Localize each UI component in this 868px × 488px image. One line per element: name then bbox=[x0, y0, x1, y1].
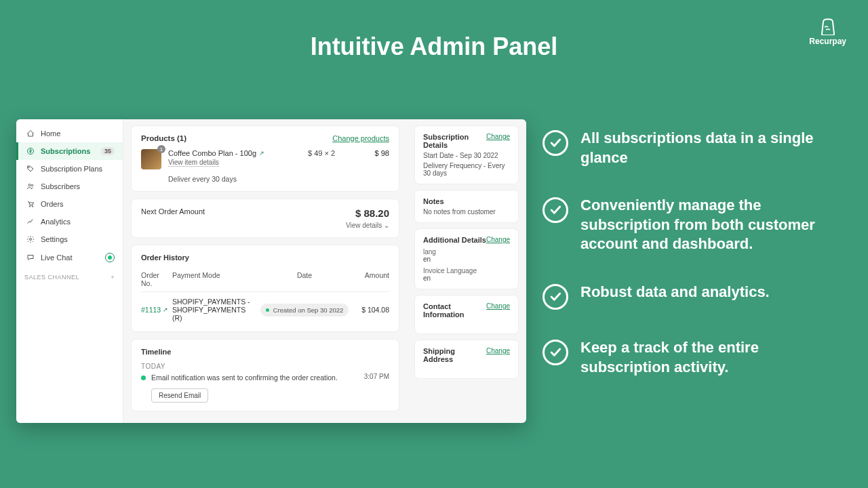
timeline-entry: Email notification was sent to confirmin… bbox=[141, 373, 389, 383]
sidebar-item-analytics[interactable]: Analytics bbox=[16, 213, 123, 230]
col-amount: Amount bbox=[355, 271, 389, 287]
sales-channel-header: SALES CHANNEL + bbox=[16, 267, 123, 281]
additional-details-card: Additional Details Change lang en Invoic… bbox=[415, 229, 518, 289]
change-additional-link[interactable]: Change bbox=[486, 236, 510, 243]
notes-body: No notes from customer bbox=[423, 208, 510, 216]
change-contact-link[interactable]: Change bbox=[486, 302, 510, 310]
right-column: Subscription Details Change Start Date -… bbox=[407, 119, 526, 423]
check-icon bbox=[542, 130, 568, 156]
product-unit-price: $ 49 × 2 bbox=[308, 149, 355, 157]
timeline-today-label: TODAY bbox=[141, 363, 389, 370]
sidebar-label: Subscriptions bbox=[41, 147, 90, 155]
additional-details-title: Additional Details bbox=[423, 236, 486, 244]
sidebar-item-home[interactable]: Home bbox=[16, 125, 123, 142]
bag-icon bbox=[818, 16, 838, 35]
invoice-language-key: Invoice Language bbox=[423, 267, 510, 274]
delivery-frequency: Deliver every 30 days bbox=[168, 175, 308, 183]
sidebar-label: Live Chat bbox=[41, 253, 72, 262]
product-thumbnail bbox=[141, 149, 161, 169]
notes-card: Notes No notes from customer bbox=[415, 190, 518, 222]
check-icon bbox=[542, 340, 568, 365]
product-line-total: $ 98 bbox=[355, 149, 389, 157]
col-payment: Payment Mode bbox=[172, 271, 254, 287]
cart-icon bbox=[24, 200, 37, 208]
lang-value: en bbox=[423, 256, 510, 263]
order-history-title: Order History bbox=[141, 253, 389, 262]
col-date: Date bbox=[254, 271, 355, 287]
next-order-amount: $ 88.20 bbox=[346, 207, 389, 219]
sidebar-item-subscribers[interactable]: Subscribers bbox=[16, 178, 123, 195]
svg-point-5 bbox=[32, 206, 33, 207]
sidebar: Home Subscriptions 35 Subscription Plans… bbox=[16, 119, 123, 423]
sales-channel-label: SALES CHANNEL bbox=[24, 274, 79, 281]
check-icon bbox=[542, 197, 568, 223]
start-date: Start Date - Sep 30 2022 bbox=[423, 152, 510, 159]
chat-icon bbox=[24, 253, 37, 262]
users-icon bbox=[24, 182, 37, 190]
svg-point-3 bbox=[31, 184, 33, 186]
delivery-frequency: Delivery Frequency - Every 30 days bbox=[423, 162, 510, 177]
tag-icon bbox=[24, 165, 37, 173]
feature-item: All subscriptions data in a single glanc… bbox=[542, 129, 841, 167]
products-title: Products (1) bbox=[141, 134, 186, 142]
view-item-details-link[interactable]: View item details bbox=[168, 159, 219, 167]
order-number: #1113 bbox=[141, 306, 161, 314]
change-products-link[interactable]: Change products bbox=[332, 134, 389, 142]
shipping-card: Shipping Address Change bbox=[415, 340, 518, 378]
feature-item: Keep a track of the entire subscription … bbox=[542, 338, 841, 377]
brand-name: Recurpay bbox=[809, 37, 846, 46]
sidebar-item-settings[interactable]: Settings bbox=[16, 230, 123, 248]
resend-email-button[interactable]: Resend Email bbox=[151, 388, 208, 403]
add-channel-icon[interactable]: + bbox=[111, 274, 115, 281]
page-title: Intuitive Admin Panel bbox=[0, 0, 868, 61]
order-history-card: Order History Order No. Payment Mode Dat… bbox=[132, 245, 399, 331]
next-order-label: Next Order Amount bbox=[141, 207, 205, 216]
sidebar-item-orders[interactable]: Orders bbox=[16, 195, 123, 213]
sidebar-label: Subscribers bbox=[41, 182, 80, 190]
change-shipping-link[interactable]: Change bbox=[486, 347, 510, 354]
subscription-details-title: Subscription Details bbox=[423, 133, 486, 149]
sidebar-item-live-chat[interactable]: Live Chat bbox=[16, 248, 123, 267]
feature-text: Keep a track of the entire subscription … bbox=[580, 338, 841, 377]
feature-item: Robust data and analytics. bbox=[542, 283, 841, 310]
contact-title: Contact Information bbox=[423, 302, 486, 319]
feature-text: Robust data and analytics. bbox=[580, 283, 770, 302]
shipping-title: Shipping Address bbox=[423, 347, 486, 363]
table-row: #1113 ↗ SHOPIFY_PAYMENTS - SHOPIFY_PAYME… bbox=[141, 292, 389, 327]
order-date: Created on Sep 30 2022 bbox=[254, 304, 355, 317]
gear-icon bbox=[24, 235, 37, 243]
feature-list: All subscriptions data in a single glanc… bbox=[542, 129, 841, 405]
sidebar-item-subscriptions[interactable]: Subscriptions 35 bbox=[16, 142, 123, 160]
timeline-message: Email notification was sent to confirmin… bbox=[151, 373, 359, 383]
col-order: Order No. bbox=[141, 271, 172, 287]
view-details-link[interactable]: View details ⌄ bbox=[346, 222, 389, 229]
dollar-icon bbox=[24, 147, 37, 155]
timeline-title: Timeline bbox=[141, 348, 389, 356]
change-subscription-link[interactable]: Change bbox=[486, 133, 510, 140]
svg-point-4 bbox=[29, 206, 31, 207]
timeline-card: Timeline TODAY Email notification was se… bbox=[132, 340, 399, 411]
sidebar-item-subscription-plans[interactable]: Subscription Plans bbox=[16, 160, 123, 178]
feature-text: All subscriptions data in a single glanc… bbox=[580, 129, 841, 167]
sidebar-label: Subscription Plans bbox=[41, 165, 102, 173]
svg-point-6 bbox=[30, 239, 32, 241]
product-row: Coffee Combo Plan - 100g ↗ View item det… bbox=[141, 149, 389, 183]
svg-point-1 bbox=[28, 167, 30, 168]
sidebar-label: Orders bbox=[41, 200, 64, 208]
subscriptions-count-badge: 35 bbox=[101, 147, 115, 155]
next-order-card: Next Order Amount $ 88.20 View details ⌄ bbox=[132, 199, 399, 237]
admin-panel: Home Subscriptions 35 Subscription Plans… bbox=[16, 119, 526, 423]
contact-card: Contact Information Change bbox=[415, 296, 518, 333]
external-link-icon: ↗ bbox=[163, 306, 168, 313]
sidebar-label: Analytics bbox=[41, 218, 71, 226]
analytics-icon bbox=[24, 218, 37, 226]
notes-title: Notes bbox=[423, 197, 510, 205]
external-link-icon[interactable]: ↗ bbox=[259, 150, 264, 157]
subscription-details-card: Subscription Details Change Start Date -… bbox=[415, 126, 518, 184]
order-number-link[interactable]: #1113 ↗ bbox=[141, 306, 172, 314]
invoice-language-value: en bbox=[423, 274, 510, 282]
payment-mode: SHOPIFY_PAYMENTS - SHOPIFY_PAYMENTS (R) bbox=[172, 298, 254, 322]
date-pill: Created on Sep 30 2022 bbox=[260, 304, 349, 317]
home-icon bbox=[24, 129, 37, 138]
sidebar-label: Home bbox=[41, 129, 60, 138]
